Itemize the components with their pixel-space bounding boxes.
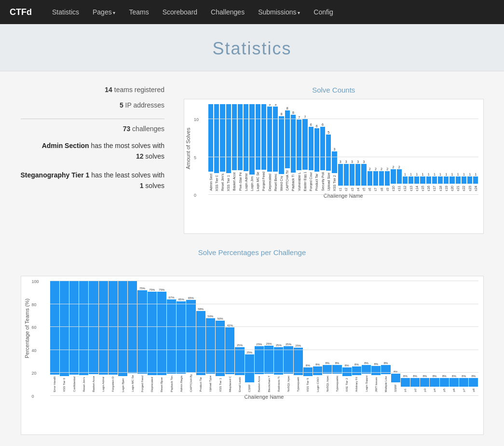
bar-label: XSS Tier 1: [227, 175, 230, 191]
solve-pct-chart: Percentage of Teams (%) 020406080100100%…: [21, 276, 484, 435]
bar: [385, 171, 390, 186]
bar: [469, 378, 478, 387]
bar: [167, 299, 176, 374]
bar-group: 8%p5: [440, 375, 449, 392]
bar-label: p8: [472, 389, 475, 392]
bar-group: 2c10: [391, 165, 395, 191]
bar: [344, 164, 349, 186]
nav-link-pages[interactable]: Pages: [87, 5, 121, 19]
bar-label: SSRF: [394, 384, 397, 392]
bar-value: 3: [340, 160, 341, 163]
bar: [326, 135, 331, 171]
solve-counts-title: Solve Counts: [184, 86, 483, 94]
nav-links: StatisticsPagesTeamsScoreboardChallenges…: [46, 8, 339, 16]
bar-value: 65%: [178, 298, 184, 301]
bar-label: Login Jim: [250, 176, 254, 191]
bar-group: 8%p6: [450, 375, 459, 392]
bar: [225, 327, 234, 374]
bar-value: 6: [310, 123, 312, 126]
bar: [352, 366, 361, 375]
bar: [409, 176, 413, 184]
bar-value: 75%: [139, 287, 145, 290]
bar-group: 8%p8: [469, 375, 478, 392]
bar-group: 7Easter Egg 1: [302, 115, 307, 191]
solve-pct-title: Solve Percentages per Challenge: [21, 248, 484, 257]
least-solves-count: 1: [140, 182, 144, 189]
bar: [157, 292, 166, 375]
bar-label: Typosquattic: [336, 376, 339, 392]
bar: [285, 110, 290, 168]
bar: [320, 127, 325, 170]
bar-label: Reset Jim's: [82, 377, 85, 392]
challenges-count: 73: [123, 125, 131, 133]
bar-value: 8%: [315, 363, 320, 366]
nav-link-statistics[interactable]: Statistics: [46, 5, 85, 19]
bar-group: 8%p1: [401, 375, 410, 392]
bar-group: 8%Typosquattic: [332, 362, 341, 392]
bar: [391, 374, 400, 382]
bar-label: c7: [374, 188, 377, 191]
bar: [261, 104, 266, 170]
bar-group: 11Basket Acce: [232, 104, 237, 191]
solve-counts-x-label: Challenge Name: [208, 193, 478, 199]
most-solves-name: Admin Section: [42, 142, 89, 149]
bar-label: XSS Tier 5: [306, 378, 309, 392]
bar-group: 58%Product Tar: [196, 308, 205, 392]
teams-count: 14: [105, 86, 112, 94]
bar-value: 6: [316, 124, 318, 128]
page-title: Statistics: [0, 39, 504, 59]
bar: [214, 104, 219, 173]
bar-group: 25%CSRF: [245, 351, 254, 392]
bar-group: 8%p2: [410, 375, 420, 392]
bar: [79, 281, 88, 375]
bar-group: 9Reset Benc: [273, 104, 278, 191]
stat-divider: [21, 119, 165, 119]
bar-group: 75%Reset Bjoer: [157, 288, 166, 392]
bar-group: 8Payback Ti: [291, 111, 296, 191]
bar-label: c3: [351, 188, 354, 191]
bar: [355, 164, 360, 186]
bar-label: Redirects Ti: [277, 377, 280, 392]
nav-link-scoreboard[interactable]: Scoreboard: [157, 5, 203, 19]
bar: [342, 367, 352, 376]
bar: [438, 176, 443, 184]
bar-label: Multiple Like: [384, 376, 387, 392]
bar-group: 94%Confidential: [69, 281, 79, 392]
bar-value: 9: [269, 104, 271, 106]
bar-value: 25%: [256, 343, 262, 346]
bar-group: 50%XSS Tier 1: [216, 317, 225, 392]
nav-link-config[interactable]: Config: [308, 5, 339, 19]
bar-group: 75%Deprecated: [148, 288, 157, 392]
bar-label: Five-Star Fe: [239, 172, 242, 191]
bar-group: 8%XXE Tier 2: [342, 364, 352, 392]
bar-value: 2: [392, 165, 394, 169]
bar-group: 3c2: [344, 160, 349, 191]
bar-group: 67%Payback Tim: [167, 296, 176, 392]
bar-label: JWT Issues: [375, 377, 378, 392]
bar: [426, 176, 431, 184]
bar-value: 25%: [237, 344, 243, 347]
bar-value: 2: [398, 165, 400, 169]
nav-link-challenges[interactable]: Challenges: [205, 5, 250, 19]
bar: [267, 107, 272, 172]
bar-label: Payback Tim: [170, 376, 173, 392]
bar-value: 8%: [325, 362, 329, 365]
bar-group: 100%Error Handli: [50, 281, 59, 392]
bar: [109, 281, 118, 375]
brand-logo[interactable]: CTFd: [10, 7, 32, 17]
solve-pct-y-label: Percentage of Teams (%): [24, 298, 29, 358]
nav-link-submissions[interactable]: Submissions: [252, 5, 306, 19]
bar: [226, 104, 231, 173]
nav-link-teams[interactable]: Teams: [123, 5, 154, 19]
bar-group: 5Upload Size: [326, 131, 331, 191]
bar-group: 92%Basket Acce: [89, 281, 98, 392]
bar: [245, 354, 254, 382]
bar: [128, 281, 137, 373]
bar-group: 3c3: [350, 160, 354, 191]
bar-group: 2c8: [379, 167, 384, 191]
bar: [381, 365, 390, 374]
bar-label: p6: [452, 389, 455, 392]
bar-value: 8%: [374, 363, 378, 365]
bar-value: 2: [369, 167, 371, 171]
bar-label: Product Tar: [315, 174, 318, 191]
